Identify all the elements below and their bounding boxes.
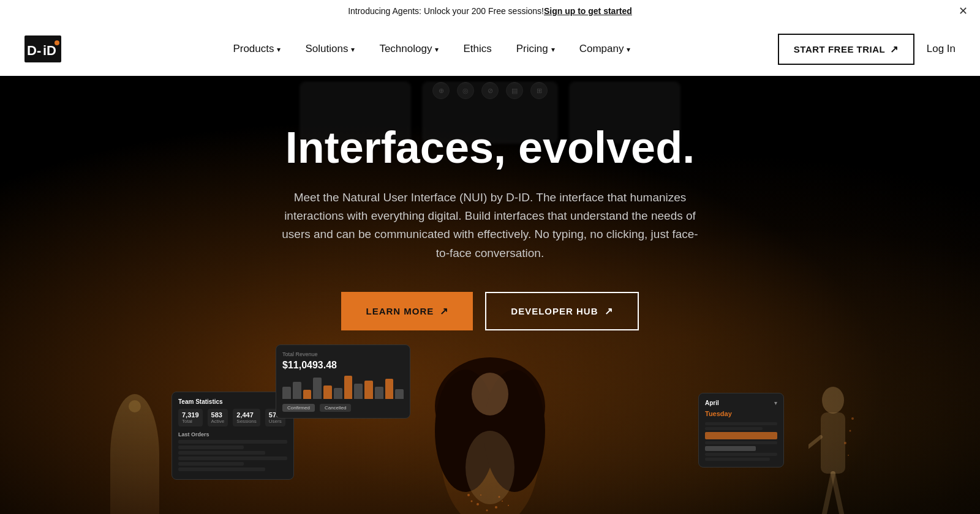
- chevron-down-icon: ▾: [627, 45, 630, 54]
- svg-point-25: [850, 430, 851, 432]
- woman-figure-svg: [404, 333, 576, 514]
- chart-legend: Confirmed Cancelled: [282, 404, 404, 412]
- svg-point-18: [467, 494, 470, 496]
- legend-cancelled: Cancelled: [320, 404, 352, 412]
- logo[interactable]: D- iD: [24, 35, 61, 62]
- slot-5: [705, 458, 770, 461]
- panel-row-2: [178, 445, 244, 449]
- stat-active: 583 Active: [208, 409, 228, 426]
- chevron-down-icon: ▾: [435, 45, 439, 54]
- svg-point-11: [486, 510, 488, 512]
- svg-point-24: [844, 442, 846, 444]
- nav-links: Products ▾ Solutions ▾ Technology ▾ Ethi…: [86, 22, 778, 76]
- svg-text:D-: D-: [27, 43, 41, 58]
- last-orders-label: Last Orders: [178, 431, 287, 438]
- hero-visuals: Team Statistics 7,319 Total 583 Active 2…: [0, 321, 980, 514]
- svg-point-14: [471, 501, 473, 502]
- learn-more-button[interactable]: LEARN MORE ↗: [341, 292, 473, 330]
- svg-point-12: [495, 506, 497, 508]
- revenue-label: Total Revenue: [282, 351, 404, 357]
- figure-right: [809, 382, 858, 514]
- svg-point-8: [472, 373, 508, 415]
- stat-total: 7,319 Total: [178, 409, 203, 426]
- bar-11: [385, 379, 394, 399]
- panel-row-5: [178, 462, 244, 466]
- center-figure: [404, 333, 576, 514]
- nav-company[interactable]: Company ▾: [567, 22, 643, 76]
- announcement-link[interactable]: Sign up to get started: [544, 6, 632, 16]
- svg-rect-20: [821, 412, 845, 474]
- panel-stats: 7,319 Total 583 Active 2,447 Sessions 57…: [178, 409, 287, 426]
- revenue-amount: $11,0493.48: [282, 360, 404, 371]
- svg-point-17: [508, 505, 509, 506]
- bar-3: [303, 390, 312, 399]
- svg-line-21: [824, 474, 833, 514]
- calendar-expand-icon: ▾: [774, 400, 777, 406]
- svg-line-23: [809, 437, 821, 449]
- slot-event-1: [705, 432, 777, 439]
- slot-3: [705, 441, 777, 444]
- svg-point-9: [466, 431, 514, 504]
- login-button[interactable]: Log In: [927, 43, 956, 55]
- logo-svg: D- iD: [24, 35, 61, 62]
- nav-ethics[interactable]: Ethics: [451, 22, 503, 76]
- developer-hub-button[interactable]: DEVELOPER HUB ↗: [485, 292, 638, 330]
- slot-2: [705, 427, 763, 430]
- start-free-trial-button[interactable]: START FREE TRIAL ↗: [778, 34, 914, 65]
- arrow-icon: ↗: [440, 305, 448, 317]
- legend-confirmed: Confirmed: [282, 404, 315, 412]
- nav-pricing[interactable]: Pricing ▾: [504, 22, 567, 76]
- figure-left: [110, 394, 159, 514]
- nav-technology[interactable]: Technology ▾: [367, 22, 451, 76]
- calendar-month: April: [705, 400, 719, 406]
- panel-title: Team Statistics: [178, 398, 287, 405]
- stat-sessions: 2,447 Sessions: [233, 409, 260, 426]
- svg-point-27: [851, 417, 854, 420]
- hero-section: ⊕ ◎ ⊘ ▤ ⊞ Interfaces, evolved. Meet the …: [0, 76, 980, 514]
- bar-4: [313, 378, 322, 399]
- svg-point-13: [502, 501, 503, 502]
- hero-content: Interfaces, evolved. Meet the Natural Us…: [276, 125, 704, 330]
- announcement-bar: Introducing Agents: Unlock your 200 Free…: [0, 0, 980, 22]
- slot-event-2: [705, 446, 756, 451]
- right-calendar-panel: April ▾ Tuesday: [698, 393, 784, 467]
- calendar-day: Tuesday: [705, 410, 777, 417]
- nav-products[interactable]: Products ▾: [221, 22, 293, 76]
- panel-row-3: [178, 451, 265, 455]
- svg-point-16: [499, 496, 500, 498]
- bar-1: [282, 387, 291, 399]
- bar-12: [395, 389, 404, 399]
- svg-point-10: [477, 503, 479, 505]
- chevron-down-icon: ▾: [351, 45, 355, 54]
- figure-silhouette-left: [110, 394, 159, 514]
- bar-7: [344, 376, 353, 399]
- panel-row-6: [178, 467, 265, 471]
- slot-4: [705, 453, 777, 456]
- bar-6: [334, 388, 342, 399]
- hero-buttons: LEARN MORE ↗ DEVELOPER HUB ↗: [276, 292, 704, 330]
- bar-chart: [282, 374, 404, 399]
- close-announcement-button[interactable]: ✕: [959, 4, 968, 18]
- bar-9: [364, 381, 373, 399]
- center-revenue-panel: Total Revenue $11,0493.48 Confirmed Canc…: [276, 345, 410, 419]
- nav-solutions[interactable]: Solutions ▾: [293, 22, 367, 76]
- hero-subtitle: Meet the Natural User Interface (NUI) by…: [276, 188, 704, 263]
- hero-title: Interfaces, evolved.: [276, 125, 704, 171]
- bar-5: [323, 386, 332, 399]
- bar-2: [293, 382, 301, 399]
- svg-point-15: [480, 494, 481, 496]
- arrow-icon: ↗: [605, 305, 613, 317]
- svg-point-26: [848, 455, 849, 456]
- bar-8: [354, 384, 363, 399]
- svg-point-19: [822, 387, 844, 414]
- nav-cta-area: START FREE TRIAL ↗ Log In: [778, 34, 956, 65]
- panel-row-4: [178, 456, 287, 460]
- arrow-icon: ↗: [890, 43, 899, 55]
- chevron-down-icon: ▾: [277, 45, 281, 54]
- calendar-header: April ▾: [705, 400, 777, 406]
- bar-10: [375, 387, 383, 399]
- panel-row-1: [178, 440, 287, 444]
- svg-line-22: [833, 474, 842, 514]
- calendar-slots: [705, 422, 777, 461]
- main-nav: D- iD Products ▾ Solutions ▾ Technology …: [0, 22, 980, 76]
